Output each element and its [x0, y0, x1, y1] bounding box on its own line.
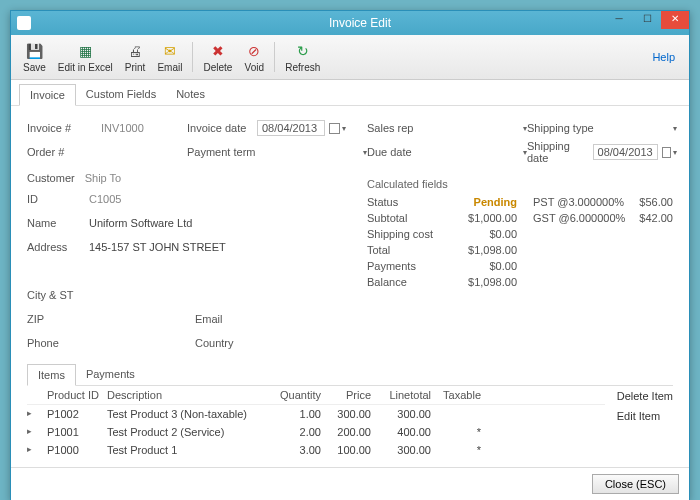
invoice-date-checkbox[interactable]: [329, 123, 340, 134]
customer-id-field[interactable]: C1005: [85, 192, 165, 206]
content-area: Invoice #INV1000 Invoice date08/04/2013▾…: [11, 106, 689, 467]
delete-icon: ✖: [208, 41, 228, 61]
shipping-type-label: Shipping type: [527, 122, 607, 134]
expand-icon[interactable]: ▸: [27, 426, 47, 438]
email-label: Email: [195, 313, 253, 325]
total-label: Total: [367, 244, 390, 256]
invoice-edit-window: Invoice Edit ─ ☐ ✕ 💾Save ▦Edit in Excel …: [10, 10, 690, 500]
tab-payments[interactable]: Payments: [76, 364, 145, 385]
item-actions: Delete Item Edit Item: [605, 386, 673, 459]
refresh-button[interactable]: ↻Refresh: [279, 39, 326, 75]
customer-address-field[interactable]: 145-157 ST JOHN STREET: [85, 240, 230, 254]
payment-term-label: Payment term: [187, 146, 257, 158]
email-button[interactable]: ✉Email: [151, 39, 188, 75]
pst-label: PST @3.000000%: [533, 196, 624, 208]
invoice-date-label: Invoice date: [187, 122, 257, 134]
footer: Close (ESC): [11, 467, 689, 500]
invoice-date-field[interactable]: 08/04/2013: [257, 120, 325, 136]
window-title: Invoice Edit: [329, 16, 391, 30]
pst-value: $56.00: [639, 196, 673, 208]
app-icon: [17, 16, 31, 30]
minimize-button[interactable]: ─: [605, 11, 633, 29]
items-header: Product ID Description Quantity Price Li…: [27, 386, 605, 405]
void-button[interactable]: ⊘Void: [238, 39, 270, 75]
balance-value: $1,098.00: [457, 276, 517, 288]
close-esc-button[interactable]: Close (ESC): [592, 474, 679, 494]
items-tabs: Items Payments: [27, 358, 673, 386]
col-product-id: Product ID: [47, 389, 107, 401]
save-button[interactable]: 💾Save: [17, 39, 52, 75]
total-value: $1,098.00: [457, 244, 517, 256]
close-button[interactable]: ✕: [661, 11, 689, 29]
customer-name-label: Name: [27, 217, 85, 229]
print-button[interactable]: 🖨Print: [119, 39, 152, 75]
table-row[interactable]: ▸ P1000 Test Product 1 3.00 100.00 300.0…: [27, 441, 605, 459]
invoice-no-label: Invoice #: [27, 122, 97, 134]
chevron-down-icon[interactable]: ▾: [342, 124, 346, 133]
customer-id-label: ID: [27, 193, 85, 205]
due-date-label: Due date: [367, 146, 437, 158]
customer-name-field[interactable]: Uniform Software Ltd: [85, 216, 196, 230]
separator: [274, 42, 275, 72]
customer-section-label: Customer: [27, 172, 75, 184]
email-icon: ✉: [160, 41, 180, 61]
tab-invoice[interactable]: Invoice: [19, 84, 76, 106]
shipcost-label: Shipping cost: [367, 228, 433, 240]
shipcost-value: $0.00: [457, 228, 517, 240]
expand-icon[interactable]: ▸: [27, 408, 47, 420]
chevron-down-icon[interactable]: ▾: [673, 124, 677, 133]
sales-rep-label: Sales rep: [367, 122, 437, 134]
toolbar: 💾Save ▦Edit in Excel 🖨Print ✉Email ✖Dele…: [11, 35, 689, 80]
table-row[interactable]: ▸ P1001 Test Product 2 (Service) 2.00 20…: [27, 423, 605, 441]
calculated-fields-label: Calculated fields: [367, 178, 673, 190]
col-price: Price: [327, 389, 377, 401]
tab-items[interactable]: Items: [27, 364, 76, 386]
col-taxable: Taxable: [437, 389, 487, 401]
phone-label: Phone: [27, 337, 85, 349]
void-icon: ⊘: [244, 41, 264, 61]
status-label: Status: [367, 196, 398, 208]
shipto-tab[interactable]: Ship To: [85, 172, 122, 184]
zip-label: ZIP: [27, 313, 85, 325]
tab-notes[interactable]: Notes: [166, 84, 215, 105]
payments-value: $0.00: [457, 260, 517, 272]
status-value: Pending: [457, 196, 517, 208]
gst-value: $42.00: [639, 212, 673, 224]
customer-address-label: Address: [27, 241, 85, 253]
maximize-button[interactable]: ☐: [633, 11, 661, 29]
titlebar: Invoice Edit ─ ☐ ✕: [11, 11, 689, 35]
refresh-icon: ↻: [293, 41, 313, 61]
edit-item-button[interactable]: Edit Item: [617, 406, 673, 426]
delete-item-button[interactable]: Delete Item: [617, 386, 673, 406]
help-link[interactable]: Help: [652, 51, 683, 63]
shipping-date-field[interactable]: 08/04/2013: [593, 144, 658, 160]
expand-icon[interactable]: ▸: [27, 444, 47, 456]
tab-custom-fields[interactable]: Custom Fields: [76, 84, 166, 105]
items-table: Product ID Description Quantity Price Li…: [27, 386, 605, 459]
col-quantity: Quantity: [277, 389, 327, 401]
shipping-date-label: Shipping date: [527, 140, 593, 164]
col-linetotal: Linetotal: [377, 389, 437, 401]
order-no-label: Order #: [27, 146, 97, 158]
shipping-date-checkbox[interactable]: [662, 147, 671, 158]
delete-button[interactable]: ✖Delete: [197, 39, 238, 75]
gst-label: GST @6.000000%: [533, 212, 625, 224]
table-row[interactable]: ▸ P1002 Test Product 3 (Non-taxable) 1.0…: [27, 405, 605, 423]
subtotal-label: Subtotal: [367, 212, 407, 224]
balance-label: Balance: [367, 276, 407, 288]
chevron-down-icon[interactable]: ▾: [673, 148, 677, 157]
col-description: Description: [107, 389, 277, 401]
subtotal-value: $1,000.00: [457, 212, 517, 224]
payments-label: Payments: [367, 260, 416, 272]
invoice-no-field[interactable]: INV1000: [97, 121, 177, 135]
excel-icon: ▦: [75, 41, 95, 61]
separator: [192, 42, 193, 72]
save-icon: 💾: [24, 41, 44, 61]
print-icon: 🖨: [125, 41, 145, 61]
edit-excel-button[interactable]: ▦Edit in Excel: [52, 39, 119, 75]
main-tabs: Invoice Custom Fields Notes: [11, 80, 689, 106]
city-st-label: City & ST: [27, 289, 85, 301]
country-label: Country: [195, 337, 253, 349]
